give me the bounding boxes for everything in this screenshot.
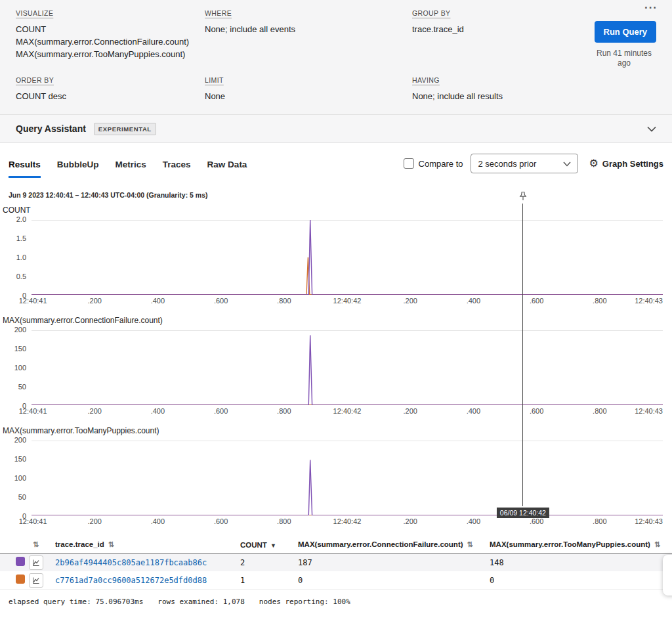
visualize-label: VISUALIZE	[16, 9, 205, 17]
graph-settings-label: Graph Settings	[602, 159, 663, 169]
tab-results[interactable]: Results	[9, 157, 41, 178]
orderby-section: ORDER BY COUNT desc	[16, 76, 205, 102]
chart-title: MAX(summary.error.TooManyPuppies.count)	[3, 426, 672, 435]
visualize-item[interactable]: MAX(summary.error.TooManyPuppies.count)	[16, 48, 205, 60]
results-tabbar: Results BubbleUp Metrics Traces Raw Data…	[9, 154, 663, 178]
query-assistant-bar[interactable]: Query Assistant EXPERIMENTAL	[0, 115, 672, 143]
chevron-down-icon	[563, 159, 571, 169]
chart-too-many-puppies: MAX(summary.error.TooManyPuppies.count) …	[0, 426, 672, 527]
groupby-label: GROUP BY	[412, 9, 579, 17]
graph-series-icon[interactable]	[29, 555, 43, 570]
tab-bubbleup[interactable]: BubbleUp	[57, 157, 99, 178]
chart-title: COUNT	[3, 206, 672, 215]
count-value: 1	[240, 576, 298, 585]
series-color-swatch[interactable]	[16, 575, 25, 584]
trace-link[interactable]: 2b96af4944405c805ae1187fbcaab86c	[55, 558, 207, 567]
x-axis-labels: 12:40:41.200.400.600.80012:40:42.200.400…	[32, 297, 663, 307]
where-label: WHERE	[205, 9, 412, 17]
series-color-swatch[interactable]	[16, 557, 25, 566]
compare-period-select[interactable]: 2 seconds prior	[471, 154, 578, 173]
query-builder-grid: VISUALIZE COUNT MAX(summary.error.Connec…	[16, 9, 656, 102]
compare-period-value: 2 seconds prior	[478, 159, 536, 169]
gear-icon: ⚙	[589, 158, 598, 169]
nodes-reporting: nodes reporting: 100%	[259, 597, 350, 606]
x-axis-labels: 12:40:41.200.400.600.80012:40:42.200.400…	[32, 517, 663, 527]
sort-icon[interactable]: ⇅	[654, 540, 660, 548]
groupby-value[interactable]: trace.trace_id	[412, 23, 579, 35]
visualize-section: VISUALIZE COUNT MAX(summary.error.Connec…	[16, 9, 205, 60]
y-axis-labels: 2.01.51.00.50	[0, 215, 32, 299]
groupby-section: GROUP BY trace.trace_id	[412, 9, 579, 60]
series-sort-header[interactable]: ⇅	[29, 540, 55, 549]
chart-plot[interactable]	[32, 441, 663, 515]
query-menu-icon[interactable]: ···	[644, 1, 658, 14]
graph-controls: Compare to 2 seconds prior ⚙ Graph Setti…	[404, 154, 663, 178]
query-builder: ··· VISUALIZE COUNT MAX(summary.error.Co…	[0, 0, 672, 115]
y-axis-labels: 200150100500	[0, 326, 32, 410]
rows-examined: rows examined: 1,078	[158, 597, 244, 606]
connection-failure-value: 0	[298, 576, 490, 585]
chevron-down-icon[interactable]	[647, 126, 656, 132]
tab-rawdata[interactable]: Raw Data	[207, 157, 247, 178]
trace-id-header[interactable]: trace.trace_id⇅	[55, 540, 240, 549]
crosshair-timestamp: 06/09 12:40:42	[497, 508, 549, 518]
too-many-puppies-value: 0	[490, 576, 672, 585]
limit-value[interactable]: None	[205, 90, 412, 102]
visualize-item[interactable]: MAX(summary.error.ConnectionFailure.coun…	[16, 35, 205, 48]
crosshair-line	[522, 204, 523, 506]
sort-icon[interactable]: ⇅	[33, 540, 39, 549]
count-header[interactable]: COUNT▼	[240, 541, 298, 549]
floating-edge-widget[interactable]	[663, 555, 672, 596]
tab-traces[interactable]: Traces	[163, 157, 191, 178]
sort-icon[interactable]: ⇅	[108, 540, 114, 548]
chart-plot[interactable]	[32, 330, 663, 405]
having-section: HAVING None; include all results	[412, 76, 579, 102]
x-axis-labels: 12:40:41.200.400.600.80012:40:42.200.400…	[32, 407, 663, 417]
count-value: 2	[240, 558, 298, 567]
query-assistant-title: Query Assistant	[16, 123, 86, 134]
chart-count: COUNT 2.01.51.00.50 12:40:41.200.400.600…	[0, 206, 672, 307]
compare-to-control[interactable]: Compare to	[404, 158, 463, 169]
table-header-row: ⇅ trace.trace_id⇅ COUNT▼ MAX(summary.err…	[0, 536, 672, 553]
compare-label: Compare to	[419, 159, 463, 169]
chart-connection-failure: MAX(summary.error.ConnectionFailure.coun…	[0, 316, 672, 417]
pin-icon[interactable]	[518, 191, 528, 204]
graph-settings-button[interactable]: ⚙ Graph Settings	[589, 158, 663, 169]
elapsed-time: elapsed query time: 75.096703ms	[9, 597, 143, 606]
run-query-button[interactable]: Run Query	[595, 21, 656, 43]
too-many-puppies-value: 148	[490, 558, 672, 567]
crosshair[interactable]: 06/09 12:40:42	[518, 191, 528, 506]
sort-icon[interactable]: ⇅	[467, 540, 473, 548]
last-run-text: Run 41 minutes ago	[592, 49, 656, 68]
graph-series-icon[interactable]	[29, 573, 43, 588]
where-value[interactable]: None; include all events	[205, 23, 412, 35]
too-many-puppies-header[interactable]: MAX(summary.error.TooManyPuppies.count)⇅	[490, 540, 672, 549]
having-label: HAVING	[412, 76, 579, 84]
orderby-label: ORDER BY	[16, 76, 205, 84]
trace-link[interactable]: c7761ad7a0cc9600a512672e5dfd0d88	[55, 576, 207, 585]
tab-metrics[interactable]: Metrics	[116, 157, 146, 178]
limit-section: LIMIT None	[205, 76, 412, 102]
experimental-badge: EXPERIMENTAL	[94, 123, 156, 135]
run-query-panel: Run Query Run 41 minutes ago	[579, 9, 656, 102]
query-stats: elapsed query time: 75.096703msrows exam…	[9, 597, 672, 606]
chart-title: MAX(summary.error.ConnectionFailure.coun…	[3, 316, 672, 325]
charts-area: Jun 9 2023 12:40:41 – 12:40:43 UTC-04:00…	[0, 191, 672, 527]
sort-desc-icon: ▼	[270, 542, 276, 549]
visualize-item[interactable]: COUNT	[16, 23, 205, 35]
connection-failure-value: 187	[298, 558, 490, 567]
limit-label: LIMIT	[205, 76, 412, 84]
table-row[interactable]: 2b96af4944405c805ae1187fbcaab86c 2 187 1…	[0, 553, 672, 571]
where-section: WHERE None; include all events	[205, 9, 412, 60]
compare-checkbox[interactable]	[404, 158, 414, 169]
having-value[interactable]: None; include all results	[412, 90, 579, 102]
chart-plot[interactable]	[32, 220, 663, 295]
y-axis-labels: 200150100500	[0, 436, 32, 520]
orderby-value[interactable]: COUNT desc	[16, 90, 205, 102]
time-range-header: Jun 9 2023 12:40:41 – 12:40:43 UTC-04:00…	[9, 191, 672, 199]
table-row[interactable]: c7761ad7a0cc9600a512672e5dfd0d88 1 0 0	[0, 571, 672, 590]
connection-failure-header[interactable]: MAX(summary.error.ConnectionFailure.coun…	[298, 540, 490, 549]
results-table: ⇅ trace.trace_id⇅ COUNT▼ MAX(summary.err…	[0, 536, 672, 590]
